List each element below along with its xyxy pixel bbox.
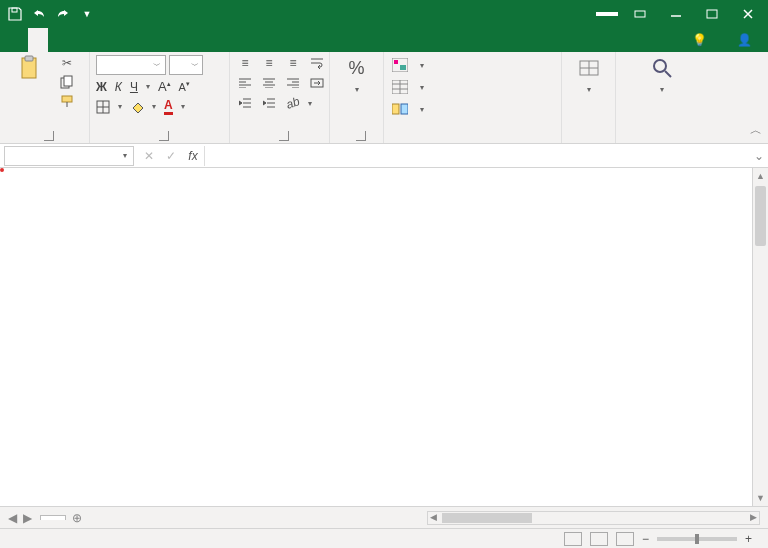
ribbon-tabs: 💡 👤 xyxy=(0,28,768,52)
page-layout-view-icon[interactable] xyxy=(590,532,608,546)
sheet-nav-prev-icon[interactable]: ◀ xyxy=(8,511,17,525)
find-icon xyxy=(649,55,675,81)
svg-rect-16 xyxy=(400,65,406,70)
svg-rect-0 xyxy=(12,8,17,12)
tab-insert[interactable] xyxy=(48,28,68,52)
percent-icon: % xyxy=(344,55,370,81)
tab-file[interactable] xyxy=(8,28,28,52)
svg-rect-8 xyxy=(62,96,72,102)
format-painter-icon[interactable] xyxy=(58,93,76,109)
status-bar: − + xyxy=(0,528,768,548)
cut-icon[interactable]: ✂ xyxy=(58,55,76,71)
conditional-formatting-button[interactable]: ▾ xyxy=(390,55,426,75)
worksheet-grid[interactable]: ▲ ▼ xyxy=(0,168,768,506)
copy-icon[interactable] xyxy=(58,74,76,90)
clipboard-launcher-icon[interactable] xyxy=(44,131,54,141)
conditional-format-icon xyxy=(392,58,408,72)
zoom-in-icon[interactable]: + xyxy=(745,532,752,546)
svg-rect-5 xyxy=(25,56,33,61)
svg-line-27 xyxy=(665,71,671,77)
italic-button[interactable]: К xyxy=(115,80,122,94)
font-launcher-icon[interactable] xyxy=(159,131,169,141)
share-icon[interactable]: 👤 xyxy=(737,33,752,47)
tab-view[interactable] xyxy=(148,28,168,52)
formula-bar[interactable] xyxy=(204,146,750,166)
sheet-nav-next-icon[interactable]: ▶ xyxy=(23,511,32,525)
wrap-text-icon[interactable] xyxy=(308,55,326,71)
alignment-launcher-icon[interactable] xyxy=(279,131,289,141)
tab-page-layout[interactable] xyxy=(68,28,88,52)
close-icon[interactable] xyxy=(734,3,762,25)
highlight-rectangle xyxy=(0,168,4,172)
number-format-button[interactable]: % ▾ xyxy=(336,55,377,94)
collapse-ribbon-icon[interactable]: ︿ xyxy=(750,122,762,139)
align-middle-icon[interactable]: ≡ xyxy=(260,55,278,71)
table-icon xyxy=(392,80,408,94)
svg-rect-3 xyxy=(707,10,717,18)
decrease-indent-icon[interactable] xyxy=(236,95,254,111)
new-sheet-icon[interactable]: ⊕ xyxy=(66,511,88,525)
formula-bar-row: ▾ ✕ ✓ fx ⌄ xyxy=(0,144,768,168)
increase-font-icon[interactable]: A▴ xyxy=(158,79,171,94)
svg-rect-21 xyxy=(392,104,399,114)
borders-icon[interactable] xyxy=(96,100,110,114)
login-button[interactable] xyxy=(596,12,618,16)
maximize-icon[interactable] xyxy=(698,3,726,25)
vertical-scrollbar[interactable]: ▲ ▼ xyxy=(752,168,768,506)
expand-formula-bar-icon[interactable]: ⌄ xyxy=(750,149,768,163)
tab-data[interactable] xyxy=(108,28,128,52)
bold-button[interactable]: Ж xyxy=(96,80,107,94)
align-left-icon[interactable] xyxy=(236,75,254,91)
redo-icon[interactable] xyxy=(54,5,72,23)
cell-styles-icon xyxy=(392,102,408,116)
cancel-formula-icon[interactable]: ✕ xyxy=(138,149,160,163)
paste-button[interactable] xyxy=(6,55,54,83)
zoom-slider[interactable] xyxy=(657,537,737,541)
number-launcher-icon[interactable] xyxy=(356,131,366,141)
cells-button[interactable]: ▾ xyxy=(568,55,609,94)
tell-me-icon[interactable]: 💡 xyxy=(692,33,707,47)
svg-point-26 xyxy=(654,60,666,72)
scroll-up-icon[interactable]: ▲ xyxy=(753,168,768,184)
tab-help[interactable] xyxy=(168,28,188,52)
fx-icon[interactable]: fx xyxy=(182,149,204,163)
save-icon[interactable] xyxy=(6,5,24,23)
sheet-tab[interactable] xyxy=(40,515,66,520)
zoom-out-icon[interactable]: − xyxy=(642,532,649,546)
align-top-icon[interactable]: ≡ xyxy=(236,55,254,71)
decrease-font-icon[interactable]: A▾ xyxy=(179,80,190,93)
ribbon: ✂ ﹀ ﹀ Ж К Ч▾ A▴ A▾ ▾ ▾ А▾ xyxy=(0,52,768,144)
horizontal-scrollbar[interactable]: ◀▶ xyxy=(427,511,760,525)
underline-button[interactable]: Ч xyxy=(130,80,138,94)
svg-rect-1 xyxy=(635,11,645,17)
font-name-dropdown[interactable]: ﹀ xyxy=(96,55,166,75)
format-as-table-button[interactable]: ▾ xyxy=(390,77,426,97)
scroll-thumb[interactable] xyxy=(755,186,766,246)
increase-indent-icon[interactable] xyxy=(260,95,278,111)
sheet-tab-bar: ◀▶ ⊕ ◀▶ xyxy=(0,506,768,528)
ribbon-options-icon[interactable] xyxy=(626,3,654,25)
enter-formula-icon[interactable]: ✓ xyxy=(160,149,182,163)
tab-review[interactable] xyxy=(128,28,148,52)
cell-styles-button[interactable]: ▾ xyxy=(390,99,426,119)
align-center-icon[interactable] xyxy=(260,75,278,91)
align-right-icon[interactable] xyxy=(284,75,302,91)
orientation-icon[interactable]: ab xyxy=(282,92,304,113)
fill-color-icon[interactable] xyxy=(130,100,144,114)
scroll-down-icon[interactable]: ▼ xyxy=(753,490,768,506)
align-bottom-icon[interactable]: ≡ xyxy=(284,55,302,71)
page-break-view-icon[interactable] xyxy=(616,532,634,546)
svg-rect-15 xyxy=(394,60,398,64)
merge-icon[interactable] xyxy=(308,75,326,91)
normal-view-icon[interactable] xyxy=(564,532,582,546)
font-size-dropdown[interactable]: ﹀ xyxy=(169,55,203,75)
font-color-icon[interactable]: А xyxy=(164,98,173,115)
minimize-icon[interactable] xyxy=(662,3,690,25)
undo-icon[interactable] xyxy=(30,5,48,23)
hscroll-thumb[interactable] xyxy=(442,513,532,523)
editing-button[interactable]: ▾ xyxy=(622,55,702,94)
tab-home[interactable] xyxy=(28,28,48,52)
tab-formulas[interactable] xyxy=(88,28,108,52)
qat-customize-icon[interactable]: ▼ xyxy=(78,5,96,23)
name-box[interactable]: ▾ xyxy=(4,146,134,166)
